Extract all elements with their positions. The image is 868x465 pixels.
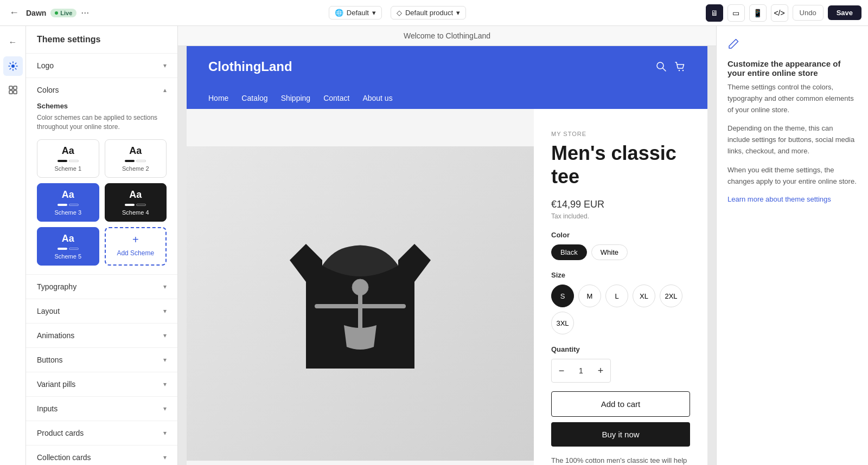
back-button[interactable]: ←	[7, 5, 22, 21]
scheme-3-aa: Aa	[62, 189, 74, 201]
settings-scroll[interactable]: Logo ▾ Colors ▴ Schemes Color schemes ca…	[26, 54, 177, 465]
scheme-5-aa: Aa	[62, 233, 74, 244]
scheme-1-name: Scheme 1	[54, 165, 81, 172]
svg-point-9	[352, 279, 368, 295]
section-typography-header[interactable]: Typography ▾	[26, 275, 177, 299]
store-logo: ClothingLand	[208, 59, 292, 74]
main-layout: ← Theme settings Logo ▾	[0, 26, 868, 465]
section-colors-header[interactable]: Colors ▴	[26, 78, 177, 102]
buy-now-button[interactable]: Buy it now	[551, 422, 690, 447]
scheme-4-card[interactable]: Aa Scheme 4	[105, 183, 167, 222]
section-logo-header[interactable]: Logo ▾	[26, 54, 177, 78]
topbar: ← Dawn Live ··· 🌐 Default ▾ ◇ Default pr…	[0, 0, 868, 26]
size-2xl-button[interactable]: 2XL	[660, 285, 682, 307]
color-options: Black White	[551, 244, 690, 260]
qty-decrease-button[interactable]: −	[552, 359, 571, 382]
mobile-view-button[interactable]: 📱	[749, 4, 767, 22]
variant-pills-chevron-icon: ▾	[163, 380, 167, 388]
store-nav-top: ClothingLand	[208, 46, 686, 87]
scheme-3-card[interactable]: Aa Scheme 3	[37, 183, 99, 222]
scheme-2-card[interactable]: Aa Scheme 2	[105, 139, 167, 178]
nav-shipping[interactable]: Shipping	[281, 94, 311, 102]
nav-about[interactable]: About us	[362, 94, 392, 102]
section-animations-header[interactable]: Animations ▾	[26, 324, 177, 347]
env-default-selector[interactable]: 🌐 Default ▾	[329, 6, 382, 20]
section-inputs-label: Inputs	[37, 404, 58, 413]
section-colors: Colors ▴ Schemes Color schemes can be ap…	[26, 78, 177, 275]
learn-more-link[interactable]: Learn more about theme settings	[727, 195, 831, 203]
section-layout-label: Layout	[37, 307, 60, 315]
store-name: Dawn	[26, 9, 46, 17]
sidebar-theme-button[interactable]	[3, 56, 23, 76]
add-to-cart-button[interactable]: Add to cart	[551, 391, 690, 417]
qty-increase-button[interactable]: +	[591, 359, 610, 382]
scheme-3-name: Scheme 3	[54, 209, 81, 216]
section-buttons-header[interactable]: Buttons ▾	[26, 348, 177, 372]
section-animations: Animations ▾	[26, 324, 177, 348]
desktop-view-button[interactable]: 🖥	[706, 4, 723, 22]
preview-scroll[interactable]: ClothingLand Home Catalog	[178, 46, 716, 465]
store-nav-icons	[655, 61, 686, 73]
store-nav-links: Home Catalog Shipping Contact About us	[208, 87, 686, 109]
size-s-button[interactable]: S	[551, 285, 574, 307]
scheme-3-bar2	[69, 204, 79, 206]
scheme-1-bar1	[58, 160, 67, 162]
size-m-button[interactable]: M	[578, 285, 601, 307]
search-icon[interactable]	[655, 61, 667, 73]
settings-title: Theme settings	[37, 35, 100, 44]
product-description: The 100% cotton men's classic tee will h…	[551, 455, 690, 465]
section-animations-label: Animations	[37, 331, 74, 340]
preview-area: Welcome to ClothingLand ClothingLand	[178, 26, 716, 465]
nav-catalog[interactable]: Catalog	[241, 94, 267, 102]
preview-banner-text: Welcome to ClothingLand	[404, 31, 490, 40]
scheme-1-bars	[58, 160, 79, 162]
product-details: MY STORE Men's classic tee €14,99 EUR Ta…	[534, 109, 707, 465]
buttons-chevron-icon: ▾	[163, 356, 167, 364]
section-collection-cards-header[interactable]: Collection cards ▾	[26, 445, 177, 465]
nav-home[interactable]: Home	[208, 94, 228, 102]
product-image	[187, 109, 534, 465]
color-white-button[interactable]: White	[591, 244, 628, 260]
section-layout: Layout ▾	[26, 299, 177, 324]
preview-frame: ClothingLand Home Catalog	[187, 46, 707, 465]
section-inputs-header[interactable]: Inputs ▾	[26, 397, 177, 421]
scheme-1-aa: Aa	[62, 145, 74, 157]
layout-chevron-icon: ▾	[163, 307, 167, 315]
store-header: ClothingLand Home Catalog	[187, 46, 707, 109]
svg-rect-1	[9, 86, 12, 89]
scheme-1-card[interactable]: Aa Scheme 1	[37, 139, 99, 178]
schemes-description: Color schemes can be applied to sections…	[37, 113, 167, 132]
scheme-2-bars	[125, 160, 146, 162]
size-option-label: Size	[551, 271, 690, 279]
save-button[interactable]: Save	[828, 5, 861, 20]
code-view-button[interactable]: </>	[771, 4, 788, 22]
section-variant-pills-label: Variant pills	[37, 380, 75, 389]
sidebar-back-button[interactable]: ←	[3, 33, 23, 52]
color-option-label: Color	[551, 231, 690, 239]
more-button[interactable]: ···	[81, 7, 89, 18]
info-title: Customize the appearance of your entire …	[727, 59, 857, 78]
add-scheme-card[interactable]: + Add Scheme	[105, 227, 167, 266]
scheme-5-card[interactable]: Aa Scheme 5	[37, 227, 99, 266]
sidebar-sections-button[interactable]	[3, 80, 23, 100]
add-scheme-label: Add Scheme	[117, 249, 154, 257]
topbar-center: 🌐 Default ▾ ◇ Default product ▾	[93, 6, 701, 20]
section-variant-pills-header[interactable]: Variant pills ▾	[26, 372, 177, 396]
undo-button[interactable]: Undo	[793, 5, 824, 21]
scheme-5-bar1	[58, 248, 67, 250]
nav-contact[interactable]: Contact	[323, 94, 349, 102]
section-layout-header[interactable]: Layout ▾	[26, 299, 177, 323]
scheme-4-aa: Aa	[129, 189, 142, 201]
size-l-button[interactable]: L	[605, 285, 628, 307]
color-black-button[interactable]: Black	[551, 244, 587, 260]
product-cards-chevron-icon: ▾	[163, 429, 167, 437]
section-product-cards-header[interactable]: Product cards ▾	[26, 421, 177, 445]
section-product-cards: Product cards ▾	[26, 421, 177, 445]
tax-note: Tax included.	[551, 212, 690, 220]
cart-icon[interactable]	[674, 61, 686, 73]
tablet-view-button[interactable]: ▭	[727, 4, 745, 22]
topbar-right: 🖥 ▭ 📱 </> Undo Save	[706, 4, 861, 22]
size-3xl-button[interactable]: 3XL	[551, 312, 574, 334]
size-xl-button[interactable]: XL	[633, 285, 655, 307]
env-product-selector[interactable]: ◇ Default product ▾	[391, 6, 466, 20]
